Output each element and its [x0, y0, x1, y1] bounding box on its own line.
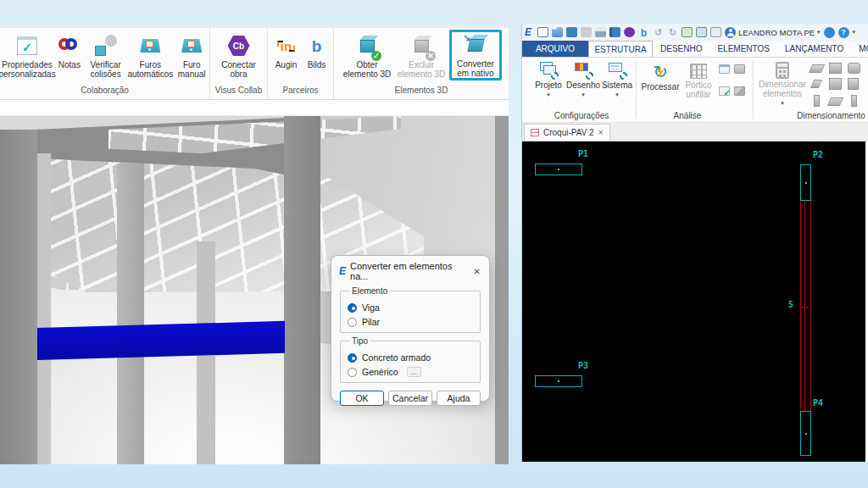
- tab-lancamento[interactable]: LANÇAMENTO: [777, 41, 851, 57]
- system-settings-icon: [607, 61, 627, 80]
- more-options-button[interactable]: ...: [407, 367, 422, 377]
- verificar-colisoes-button[interactable]: Verificar colisões: [85, 31, 127, 80]
- ok-button[interactable]: OK: [340, 391, 384, 406]
- radio-generico[interactable]: Genérico ...: [348, 367, 473, 377]
- beam-edge-line[interactable]: [800, 201, 801, 411]
- save-icon[interactable]: [566, 27, 577, 37]
- plate-design-icon[interactable]: [827, 97, 843, 106]
- undo-icon: ↺: [653, 27, 664, 37]
- pile-design-icon[interactable]: [851, 95, 857, 107]
- bilds-icon[interactable]: b: [638, 27, 649, 37]
- beam-design-icon[interactable]: [809, 64, 825, 73]
- ribbon-group-colaboracao: ✓ Propriedades personalizadas Notas Veri…: [0, 28, 210, 99]
- footing-design-icon[interactable]: [829, 78, 842, 90]
- construcode-icon[interactable]: [624, 27, 635, 37]
- tab-elementos[interactable]: ELEMENTOS: [709, 41, 777, 57]
- group-label-elementos-3d: Elementos 3D: [334, 86, 509, 99]
- close-icon[interactable]: ✕: [472, 267, 482, 276]
- scene-model-icon[interactable]: [734, 64, 745, 74]
- new-file-icon[interactable]: [537, 27, 548, 37]
- chevron-down-icon[interactable]: ▾: [817, 29, 821, 36]
- doc-tab-croqui-pav2[interactable]: Croqui-PAV 2 ×: [524, 124, 610, 141]
- selected-beam-3d[interactable]: [37, 321, 285, 360]
- verify-model-icon[interactable]: [719, 86, 730, 96]
- pillar-rect-p2[interactable]: [800, 164, 811, 201]
- frame-model-icon: [690, 64, 707, 79]
- help-button[interactable]: Ajuda: [437, 391, 481, 406]
- open-folder-icon[interactable]: [552, 27, 563, 37]
- group-label-dimensionamento: Dimensionamento: [793, 111, 868, 120]
- pillar-rect-p3[interactable]: [535, 375, 582, 387]
- pillar-rect-p1[interactable]: [535, 164, 582, 175]
- plugin-import-icon[interactable]: [696, 27, 707, 37]
- augin-button[interactable]: in Augin: [270, 31, 303, 71]
- beam-edge-line[interactable]: [810, 201, 811, 411]
- chevron-down-icon[interactable]: ▾: [615, 90, 619, 99]
- manual-hole-icon: [179, 33, 204, 58]
- structural-plan-canvas[interactable]: P1 P2 5 P3 P4: [522, 141, 865, 462]
- plugin-export-icon[interactable]: [682, 27, 693, 37]
- help-icon[interactable]: ?: [838, 27, 849, 38]
- button-label: Bilds: [308, 60, 326, 69]
- radio-label: Genérico: [362, 367, 398, 377]
- dimensionar-elementos-button: Dimensionar elementos ▾: [758, 62, 807, 108]
- group-label-analise: Análise: [654, 111, 721, 120]
- plan-window-icon[interactable]: [719, 64, 730, 74]
- projeto-button[interactable]: Projeto ▾: [532, 61, 565, 99]
- radio-concreto-armado[interactable]: Concreto armado: [348, 352, 473, 363]
- stair-design-icon[interactable]: [829, 63, 842, 74]
- database-icon[interactable]: [609, 27, 620, 37]
- custom-properties-icon: ✓: [14, 33, 40, 58]
- windows-icon[interactable]: [710, 27, 721, 37]
- corbel-design-icon[interactable]: [848, 63, 860, 74]
- chevron-down-icon[interactable]: ▾: [581, 90, 585, 99]
- radio-icon[interactable]: [348, 353, 357, 363]
- radio-viga[interactable]: Viga: [348, 302, 473, 313]
- process-icon: ↻: [650, 62, 670, 82]
- cancel-button[interactable]: Cancelar: [388, 391, 432, 406]
- button-label: Verificar colisões: [86, 60, 126, 79]
- column: [37, 153, 51, 464]
- notas-button[interactable]: Notas: [54, 31, 85, 71]
- close-icon[interactable]: ×: [598, 128, 604, 137]
- dialog-title: Converter em elementos na...: [350, 261, 468, 281]
- tab-estrutura[interactable]: ESTRUTURA: [588, 41, 653, 57]
- block-design-icon[interactable]: [848, 78, 859, 90]
- processar-button[interactable]: ↻ Processar: [641, 62, 680, 92]
- desenho-button[interactable]: Desenho ▾: [566, 61, 600, 99]
- user-account[interactable]: LEANDRO MOTA PE ▾: [725, 27, 821, 38]
- bilds-button[interactable]: b Bilds: [303, 31, 331, 71]
- chevron-down-icon[interactable]: ▾: [547, 90, 550, 99]
- user-icon: [725, 27, 736, 38]
- converter-em-nativo-button[interactable]: ↘ Converter em nativo: [449, 30, 502, 80]
- pillar-rect-p4[interactable]: [800, 411, 811, 456]
- chevron-down-icon[interactable]: ▾: [853, 29, 856, 36]
- radio-icon[interactable]: [348, 318, 357, 327]
- radio-pilar[interactable]: Pilar: [348, 317, 473, 327]
- group-label-visus-collab: Visus Collab: [210, 86, 267, 99]
- store-icon[interactable]: [824, 27, 835, 38]
- radio-icon[interactable]: [348, 303, 357, 313]
- plugin-ribbon: ✓ Propriedades personalizadas Notas Veri…: [0, 25, 509, 100]
- redo-icon: ↻: [667, 27, 678, 37]
- dialog-titlebar[interactable]: E Converter em elementos na... ✕: [331, 256, 489, 283]
- furo-manual-button[interactable]: Furo manual: [174, 31, 209, 80]
- elemento-fieldset: Elemento Viga Pilar: [340, 286, 481, 333]
- print-icon[interactable]: [595, 27, 606, 37]
- furos-automaticos-button[interactable]: Furos automáticos: [126, 31, 174, 80]
- obter-elemento-3d-button[interactable]: ✓ Obter elemento 3D: [341, 31, 393, 80]
- tqs-titlebar: E b ↺ ↻ LEANDRO MOTA PE ▾ ? ▾: [522, 24, 868, 41]
- radio-icon[interactable]: [348, 368, 357, 377]
- sistema-button[interactable]: Sistema ▾: [602, 61, 632, 99]
- tab-arquivo[interactable]: ARQUIVO: [522, 41, 588, 57]
- column-design-icon[interactable]: [814, 95, 820, 107]
- desktop: ✓ Propriedades personalizadas Notas Veri…: [0, 0, 868, 488]
- propriedades-personalizadas-button[interactable]: ✓ Propriedades personalizadas: [0, 31, 54, 80]
- tab-modelo[interactable]: MODELO: [851, 41, 868, 57]
- pillar-label-p1: P1: [578, 149, 588, 158]
- slab-design-icon[interactable]: [810, 80, 822, 88]
- solid-model-icon[interactable]: [734, 86, 745, 96]
- calculator-icon: [776, 62, 789, 79]
- conectar-obra-button[interactable]: Cb Conectar obra: [214, 31, 264, 80]
- tab-desenho[interactable]: DESENHO: [653, 41, 709, 57]
